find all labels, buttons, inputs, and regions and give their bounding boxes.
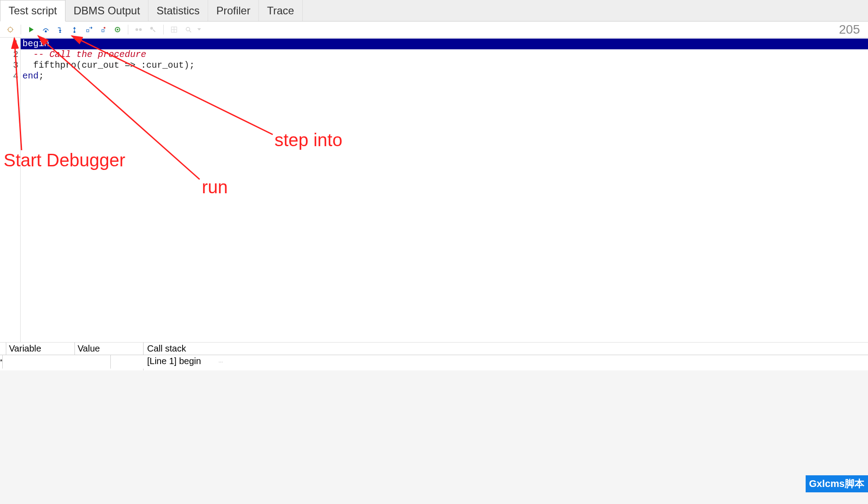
toolbar-separator: [128, 25, 128, 35]
step-into-icon: [57, 26, 64, 33]
svg-point-0: [8, 27, 13, 32]
code-line[interactable]: -- Call the procedure: [21, 49, 868, 60]
variable-column-header[interactable]: Variable: [6, 343, 75, 355]
tab-label: Statistics: [157, 4, 200, 17]
step-over-button[interactable]: [39, 23, 52, 36]
svg-marker-12: [91, 26, 92, 29]
line-number: 3: [0, 60, 18, 71]
tab-label: Test script: [9, 4, 57, 17]
line-number: 1: [0, 39, 18, 49]
tab-label: Profiler: [216, 4, 250, 17]
run-to-cursor-icon: [85, 26, 92, 33]
step-out-button[interactable]: [68, 23, 81, 36]
breakpoint-toggle-icon: [135, 27, 142, 32]
code-editor[interactable]: 1 2 3 4 begin -- Call the procedure fift…: [0, 38, 868, 343]
run-button[interactable]: [25, 23, 38, 36]
gutter: 1 2 3 4: [0, 38, 21, 342]
code-token: -- Call the procedure: [33, 49, 146, 60]
step-over-icon: [42, 26, 49, 33]
settings-button[interactable]: [111, 23, 124, 36]
modify-breakpoint-button[interactable]: [146, 23, 160, 36]
line-number: 4: [0, 71, 18, 82]
line-counter: 205: [839, 22, 864, 37]
step-into-button[interactable]: [53, 23, 67, 36]
tab-test-script[interactable]: Test script: [0, 0, 65, 22]
code-token: begin: [22, 39, 49, 49]
run-to-exception-icon: [100, 26, 107, 33]
tab-trace[interactable]: Trace: [259, 0, 302, 21]
code-token: fifthpro(cur_out => :cur_out);: [22, 60, 195, 70]
grid-button[interactable]: [167, 23, 181, 36]
tab-dbms-output[interactable]: DBMS Output: [65, 0, 148, 21]
variable-name-input[interactable]: [3, 355, 111, 369]
code-token: ;: [39, 71, 44, 81]
bottom-panels: Variable Value * ⋯ Call stack [Line 1] b…: [0, 343, 868, 370]
watermark: Gxlcms脚本: [806, 475, 868, 492]
svg-marker-25: [197, 28, 201, 30]
svg-rect-8: [59, 32, 61, 33]
svg-marker-9: [73, 27, 76, 29]
svg-rect-13: [102, 30, 104, 32]
value-column-header[interactable]: Value: [75, 343, 143, 355]
svg-rect-17: [135, 28, 138, 31]
grid-icon: [171, 26, 177, 33]
gear-icon: [114, 26, 121, 33]
svg-marker-7: [59, 30, 61, 32]
debug-toolbar: 205: [0, 22, 868, 38]
breakpoint-modify-icon: [149, 26, 157, 33]
tab-bar: Test script DBMS Output Statistics Profi…: [0, 0, 868, 22]
variables-header: Variable Value: [0, 343, 143, 355]
svg-point-14: [104, 27, 105, 29]
code-token: end: [22, 71, 39, 81]
code-token: [22, 49, 33, 60]
code-line[interactable]: begin: [21, 39, 868, 49]
svg-rect-11: [87, 30, 89, 32]
tab-label: Trace: [267, 4, 294, 17]
code-line[interactable]: end;: [21, 71, 868, 82]
svg-marker-5: [29, 27, 34, 32]
variables-panel: Variable Value * ⋯: [0, 343, 144, 370]
run-to-exception-button[interactable]: [96, 23, 110, 36]
call-stack-item[interactable]: [Line 1] begin: [144, 355, 868, 367]
tab-profiler[interactable]: Profiler: [208, 0, 259, 21]
step-out-icon: [71, 26, 78, 33]
line-number: 2: [0, 49, 18, 60]
search-button[interactable]: [182, 23, 195, 36]
toolbar-separator: [21, 25, 21, 35]
svg-point-16: [117, 29, 118, 30]
run-to-cursor-button[interactable]: [82, 23, 96, 36]
tab-statistics[interactable]: Statistics: [148, 0, 208, 21]
toggle-breakpoint-button[interactable]: [132, 23, 145, 36]
svg-rect-18: [139, 28, 142, 31]
chevron-down-icon: [197, 28, 201, 31]
toolbar-separator: [163, 25, 164, 35]
start-debugger-button[interactable]: [4, 23, 17, 36]
code-line[interactable]: fifthpro(cur_out => :cur_out);: [21, 60, 868, 71]
svg-rect-10: [74, 31, 75, 33]
tab-label: DBMS Output: [74, 4, 140, 17]
search-icon: [185, 26, 192, 33]
call-stack-panel: Call stack [Line 1] begin: [144, 343, 868, 370]
search-dropdown-button[interactable]: [196, 23, 202, 36]
svg-point-23: [186, 27, 190, 31]
play-icon: [28, 26, 35, 33]
row-selector-header: [0, 343, 6, 355]
call-stack-header: Call stack: [144, 343, 868, 355]
svg-point-19: [150, 27, 153, 30]
variables-row: * ⋯: [0, 355, 143, 369]
svg-rect-6: [45, 30, 47, 32]
bug-icon: [7, 26, 14, 33]
code-area[interactable]: begin -- Call the procedure fifthpro(cur…: [21, 38, 868, 342]
svg-line-24: [189, 30, 191, 32]
